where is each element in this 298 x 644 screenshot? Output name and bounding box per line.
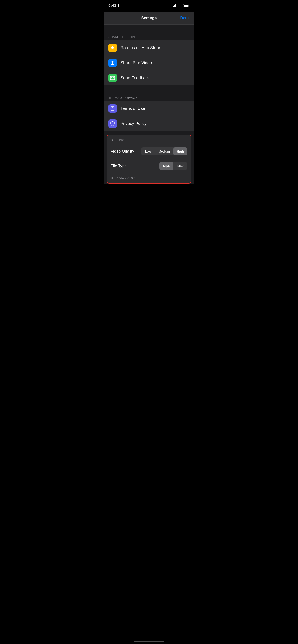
video-quality-low[interactable]: Low [141, 148, 155, 155]
svg-rect-1 [184, 5, 188, 7]
video-quality-control[interactable]: Low Medium High [141, 148, 187, 155]
battery-icon [183, 4, 190, 8]
rate-us-item[interactable]: Rate us on App Store [104, 40, 194, 56]
terms-of-use-item[interactable]: Terms of Use [104, 101, 194, 116]
video-quality-high[interactable]: High [173, 148, 187, 155]
file-type-control[interactable]: Mp4 Mov [159, 162, 187, 170]
privacy-label: Privacy Policy [120, 121, 146, 126]
version-row: Blur Video v1.6.0 [107, 173, 191, 183]
send-feedback-label: Send Feedback [120, 76, 150, 80]
share-blur-icon [108, 59, 117, 67]
done-button[interactable]: Done [180, 16, 190, 20]
file-type-label: File Type [111, 164, 127, 168]
video-quality-row: Video Quality Low Medium High [107, 144, 191, 158]
share-the-love-header: SHARE THE LOVE [104, 33, 194, 40]
privacy-policy-item[interactable]: Privacy Policy [104, 116, 194, 131]
svg-rect-5 [111, 106, 114, 110]
privacy-icon [108, 120, 117, 128]
settings-section-header: SETTINGS [107, 135, 191, 144]
rate-us-label: Rate us on App Store [120, 46, 160, 50]
share-the-love-list: Rate us on App Store Share Blur Video [104, 40, 194, 85]
rate-us-icon [108, 44, 117, 52]
terms-privacy-header: TERMS & PRIVACY [104, 94, 194, 101]
video-quality-medium[interactable]: Medium [155, 148, 173, 155]
share-blur-label: Share Blur Video [120, 60, 152, 65]
file-type-row: File Type Mp4 Mov [107, 158, 191, 173]
svg-rect-4 [111, 76, 115, 80]
share-blur-item[interactable]: Share Blur Video [104, 56, 194, 70]
terms-privacy-list: Terms of Use Privacy Policy [104, 101, 194, 131]
send-feedback-icon [108, 74, 117, 82]
terms-icon [108, 104, 117, 113]
nav-bar: Settings Done [104, 12, 194, 24]
file-type-mp4[interactable]: Mp4 [159, 162, 173, 170]
version-text: Blur Video v1.6.0 [111, 176, 135, 180]
status-time: 9:41 [108, 4, 120, 8]
svg-rect-3 [111, 64, 114, 65]
terms-label: Terms of Use [120, 106, 145, 111]
wifi-icon [178, 4, 181, 8]
settings-section: SETTINGS Video Quality Low Medium High F… [107, 135, 191, 184]
signal-bars-icon [172, 4, 176, 8]
file-type-mov[interactable]: Mov [173, 162, 187, 170]
video-quality-label: Video Quality [111, 149, 134, 154]
send-feedback-item[interactable]: Send Feedback [104, 70, 194, 85]
page-title: Settings [141, 16, 157, 20]
location-icon [117, 4, 120, 8]
status-icons [172, 4, 190, 8]
status-bar: 9:41 [104, 0, 194, 12]
